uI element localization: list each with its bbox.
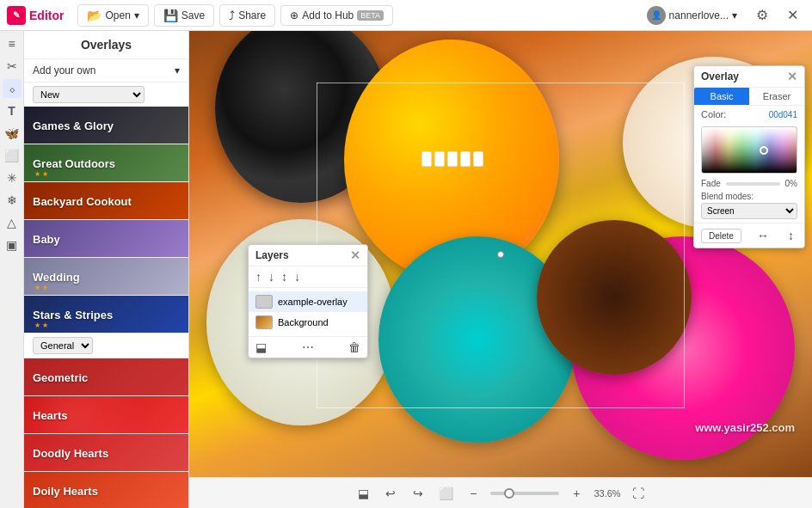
- overlay-panel-header: Overlay ✕: [694, 66, 804, 88]
- fullscreen-button[interactable]: ⛶: [628, 483, 649, 504]
- layer-sort[interactable]: ↕: [281, 270, 287, 284]
- undo-button[interactable]: ↩: [380, 483, 401, 504]
- tool-stickers[interactable]: ✳: [3, 168, 22, 187]
- tool-adjust[interactable]: ≡: [3, 34, 22, 53]
- blend-label: Blend modes:: [701, 192, 754, 201]
- user-menu[interactable]: 👤 nannerlove... ▾: [640, 3, 744, 28]
- sidebar-add-own[interactable]: Add your own ▾: [24, 59, 188, 83]
- sidebar-item-doily-hearts[interactable]: Doily Hearts: [24, 472, 188, 508]
- layer-label-overlay: example-overlay: [278, 297, 348, 307]
- sidebar-scroll: Games & Glory Great Outdoors ★★ Backyard…: [24, 107, 188, 508]
- sidebar-title: Overlays: [24, 31, 188, 59]
- flip-horizontal-button[interactable]: ↔: [754, 227, 772, 244]
- user-chevron: ▾: [732, 9, 737, 21]
- sidebar-item-hearts[interactable]: Hearts: [24, 396, 188, 434]
- layers-list: example-overlay Background: [249, 288, 367, 336]
- share-button[interactable]: ⤴ Share: [219, 4, 275, 27]
- fade-slider[interactable]: [726, 182, 780, 186]
- layers-toggle-button[interactable]: ⬓: [353, 483, 373, 504]
- layer-move-down[interactable]: ↓: [268, 270, 274, 284]
- new-dropdown[interactable]: New: [33, 86, 145, 103]
- cookout-label: Backyard Cookout: [33, 194, 132, 207]
- save-button[interactable]: 💾 Save: [154, 4, 214, 27]
- logo-icon: ✎: [7, 6, 26, 25]
- addhub-button[interactable]: ⊕ Add to Hub BETA: [280, 5, 393, 26]
- layer-item-background[interactable]: Background: [249, 312, 367, 333]
- stars-stripes-label: Stars & Stripes: [33, 308, 113, 321]
- save-label: Save: [181, 9, 205, 21]
- layer-add[interactable]: ↓: [294, 270, 300, 284]
- layers-close-button[interactable]: ✕: [350, 248, 360, 262]
- layers-sort-icon[interactable]: ⋯: [302, 340, 314, 354]
- zoom-thumb[interactable]: [504, 488, 514, 499]
- layers-panel: Layers ✕ ↑ ↓ ↕ ↓ example-overlay: [248, 244, 368, 358]
- flip-vertical-button[interactable]: ↕: [784, 227, 797, 244]
- sidebar-item-geometric[interactable]: Geometric: [24, 358, 188, 396]
- zoom-out-button[interactable]: −: [463, 483, 483, 504]
- blend-row: Blend modes: Screen Normal Multiply Over…: [694, 190, 804, 221]
- color-picker[interactable]: [701, 126, 797, 174]
- overlay-panel-title: Overlay: [701, 70, 739, 83]
- tool-crop[interactable]: ✂: [3, 57, 22, 76]
- watermark: www.yasir252.com: [695, 421, 795, 434]
- color-label: Color:: [701, 109, 726, 119]
- sidebar-item-wedding[interactable]: Wedding ★★: [24, 258, 188, 296]
- fade-value: 0%: [785, 179, 797, 188]
- sidebar-item-baby[interactable]: Baby: [24, 220, 188, 258]
- delete-button[interactable]: Delete: [701, 229, 741, 243]
- layer-thumb-bg: [255, 315, 273, 329]
- canvas-area: www.yasir252.com Layers ✕ ↑ ↓ ↕ ↓ exampl…: [189, 31, 812, 508]
- bottom-bar: ⬓ ↩ ↪ ⬜ − + 33.6% ⛶: [189, 477, 812, 508]
- tool-overlay[interactable]: ⬦: [3, 79, 22, 98]
- tool-snow[interactable]: ❄: [3, 191, 22, 210]
- close-button[interactable]: ✕: [780, 3, 805, 27]
- overlay-color-row: Color: 00d041: [694, 106, 804, 123]
- crop-button[interactable]: ⬜: [435, 483, 456, 504]
- layer-move-up[interactable]: ↑: [255, 270, 261, 284]
- canvas-content[interactable]: www.yasir252.com Layers ✕ ↑ ↓ ↕ ↓ exampl…: [189, 31, 812, 477]
- sidebar: Overlays Add your own ▾ New Games & Glor…: [24, 31, 189, 508]
- sidebar-section-general: General: [24, 334, 188, 358]
- zoom-slider[interactable]: [490, 492, 559, 495]
- layer-item-overlay[interactable]: example-overlay: [249, 291, 367, 312]
- general-dropdown[interactable]: General: [33, 337, 93, 354]
- tab-eraser[interactable]: Eraser: [749, 88, 804, 105]
- layers-delete-icon[interactable]: 🗑: [348, 340, 360, 354]
- tool-frames[interactable]: ⬜: [3, 146, 22, 165]
- layer-thumb-overlay: [255, 295, 273, 309]
- games-label: Games & Glory: [33, 119, 114, 132]
- zoom-percentage: 33.6%: [594, 488, 620, 499]
- tool-draw[interactable]: △: [3, 213, 22, 232]
- app-name: Editor: [29, 9, 64, 22]
- sidebar-item-stars-stripes[interactable]: Stars & Stripes ★★: [24, 296, 188, 334]
- left-toolbar: ≡ ✂ ⬦ T 🦋 ⬜ ✳ ❄ △ ▣: [0, 31, 24, 508]
- sidebar-item-cookout[interactable]: Backyard Cookout: [24, 182, 188, 220]
- fade-row: Fade 0%: [694, 177, 804, 190]
- wedding-label: Wedding: [33, 270, 80, 283]
- save-icon: 💾: [163, 9, 178, 22]
- open-button[interactable]: 📂 Open ▾: [77, 4, 148, 27]
- baby-label: Baby: [33, 232, 60, 245]
- beta-badge: BETA: [357, 10, 384, 21]
- settings-button[interactable]: ⚙: [749, 3, 775, 27]
- overlay-panel-close[interactable]: ✕: [787, 70, 797, 83]
- sidebar-item-games[interactable]: Games & Glory: [24, 107, 188, 144]
- redo-button[interactable]: ↪: [408, 483, 428, 504]
- sidebar-item-outdoors[interactable]: Great Outdoors ★★: [24, 144, 188, 182]
- sidebar-item-doodly-hearts[interactable]: Doodly Hearts: [24, 434, 188, 472]
- app-logo: ✎ Editor: [7, 6, 64, 25]
- blend-select[interactable]: Screen Normal Multiply Overlay Soft Ligh…: [701, 203, 797, 219]
- tool-more[interactable]: ▣: [3, 236, 22, 254]
- user-name: nannerlove...: [669, 9, 729, 21]
- layers-footer: ⬓ ⋯ 🗑: [249, 336, 367, 358]
- main-layout: ≡ ✂ ⬦ T 🦋 ⬜ ✳ ❄ △ ▣ Overlays Add your ow…: [0, 31, 812, 508]
- open-chevron: ▾: [134, 9, 139, 21]
- doily-label: Doily Hearts: [33, 484, 98, 497]
- tab-basic[interactable]: Basic: [694, 88, 749, 105]
- zoom-in-button[interactable]: +: [566, 483, 587, 504]
- tool-effects[interactable]: 🦋: [3, 124, 22, 143]
- layers-stack-icon[interactable]: ⬓: [255, 340, 267, 354]
- overlay-settings-panel: Overlay ✕ Basic Eraser Color: 00d041: [693, 65, 805, 248]
- tool-text[interactable]: T: [3, 101, 22, 120]
- outdoors-label: Great Outdoors: [33, 156, 115, 169]
